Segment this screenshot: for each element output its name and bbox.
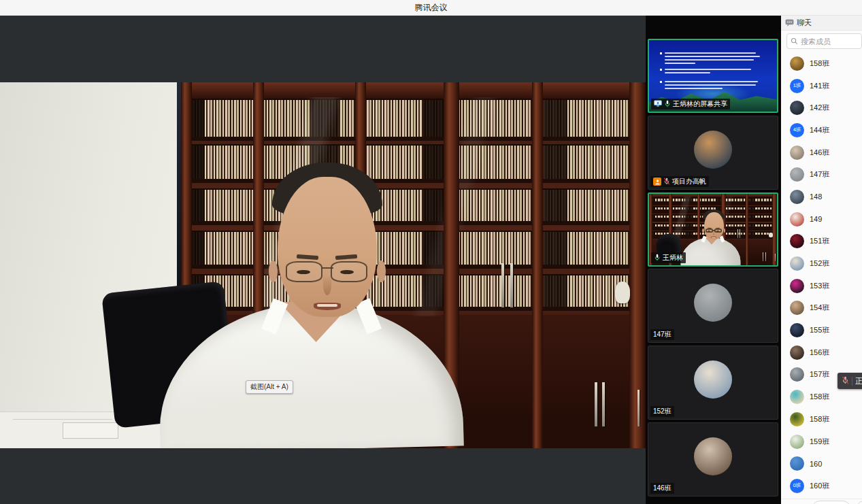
- teeth: [712, 237, 716, 238]
- member-avatar: [790, 323, 804, 337]
- member-list-item[interactable]: 147班: [781, 163, 862, 186]
- mic-muted-icon: [663, 178, 670, 186]
- face: [704, 212, 724, 239]
- slide-text-block: [665, 69, 768, 75]
- eye: [716, 231, 719, 231]
- member-avatar: [790, 146, 804, 160]
- member-search: [786, 33, 862, 49]
- person-icon: [653, 178, 661, 186]
- member-list-item[interactable]: 153班: [781, 275, 862, 297]
- window-title: 腾讯会议: [415, 2, 448, 14]
- member-avatar: [790, 412, 804, 426]
- member-list-item[interactable]: 154班: [781, 297, 862, 320]
- member-name: 158班: [810, 414, 829, 424]
- participant-avatar: [694, 437, 732, 475]
- member-avatar: [790, 456, 804, 471]
- eye: [340, 270, 354, 274]
- member-name: 151班: [810, 236, 829, 246]
- thumbnail-participant[interactable]: 项目办高帆: [648, 116, 778, 190]
- thumbnail-label: 152班: [650, 406, 674, 417]
- thumbnail-participant[interactable]: 147班: [648, 269, 778, 343]
- member-list-item[interactable]: 156班: [781, 341, 862, 364]
- member-list-item[interactable]: 148: [781, 186, 862, 208]
- member-name: 142班: [810, 103, 829, 113]
- ear: [269, 261, 278, 282]
- panel-footer-button[interactable]: [857, 501, 862, 504]
- screen-share-icon: [654, 100, 662, 108]
- thumbnail-label: 147班: [650, 329, 674, 340]
- chat-panel-title: 聊天: [797, 18, 812, 28]
- thumbnail-label-text: 项目办高帆: [672, 177, 706, 186]
- member-avatar: [790, 234, 804, 248]
- member-list-item[interactable]: 158班: [781, 408, 862, 431]
- member-avatar: [790, 301, 804, 315]
- thumbnail-participant[interactable]: 146班: [648, 422, 778, 497]
- member-list-item[interactable]: 158班: [781, 386, 862, 408]
- ear: [724, 229, 726, 233]
- member-name: 146班: [810, 148, 829, 158]
- member-avatar: [790, 435, 804, 449]
- main-video-area[interactable]: 截图(Alt + A): [0, 16, 646, 504]
- member-list-item[interactable]: 1班 141班: [781, 75, 862, 97]
- thumbnail-label-text: 王炳林: [663, 253, 683, 263]
- member-name: 148: [810, 192, 822, 201]
- face: [278, 177, 376, 317]
- eye: [708, 231, 710, 231]
- member-name: 144班: [810, 125, 829, 135]
- thumbnail-label-text: 147班: [653, 330, 672, 339]
- ear: [702, 229, 704, 233]
- member-name: 141班: [810, 81, 829, 91]
- member-list-item[interactable]: 142班: [781, 97, 862, 119]
- thumbnail-label-text: 152班: [653, 407, 672, 416]
- slide-text-block: [665, 81, 768, 91]
- mic-on-icon: [664, 100, 671, 109]
- member-list-item[interactable]: 160: [781, 452, 862, 475]
- participant-avatar: [694, 360, 732, 399]
- member-list-item[interactable]: 146班: [781, 141, 862, 164]
- member-name: 154班: [810, 303, 829, 313]
- member-avatar: 0班: [790, 479, 804, 493]
- member-avatar: 4班: [790, 123, 804, 137]
- member-avatar: [790, 56, 804, 71]
- tencent-meeting-window: 腾讯会议: [0, 0, 862, 504]
- member-name: 149: [810, 215, 822, 223]
- member-list-item[interactable]: 155班: [781, 319, 862, 341]
- member-list-item[interactable]: 0班 160班: [781, 475, 862, 497]
- thumbnail-label: 项目办高帆: [650, 176, 709, 187]
- member-list-item[interactable]: 151班: [781, 231, 862, 253]
- member-avatar: [790, 101, 804, 115]
- participant-avatar: [694, 284, 732, 322]
- member-name: 160: [810, 460, 822, 468]
- member-avatar: [790, 256, 804, 271]
- member-avatar: [790, 167, 804, 182]
- member-avatar: [790, 212, 804, 226]
- member-list-item[interactable]: 158班: [781, 52, 862, 75]
- member-avatar: 1班: [790, 79, 804, 93]
- head: [270, 163, 385, 320]
- search-icon: [791, 37, 798, 45]
- thumbnail-label: 146班: [650, 483, 674, 494]
- member-name: 152班: [810, 258, 829, 269]
- member-avatar: [790, 390, 804, 404]
- member-list-item[interactable]: 4班 144班: [781, 119, 862, 141]
- thumbnail-label: 王炳林的屏幕共享: [651, 99, 730, 110]
- panel-footer-button[interactable]: [812, 501, 850, 504]
- member-list-item[interactable]: 159班: [781, 431, 862, 453]
- head: [703, 209, 725, 240]
- member-name: 147班: [810, 169, 829, 180]
- thumbnail-participant[interactable]: 152班: [648, 346, 778, 420]
- teeth: [317, 304, 337, 307]
- member-list-item[interactable]: 152班: [781, 252, 862, 275]
- thumbnail-label-text: 146班: [653, 484, 672, 493]
- slide-text-block: [665, 52, 768, 66]
- ear: [377, 261, 386, 282]
- member-name: 153班: [810, 281, 829, 291]
- thumbnail-screen-share[interactable]: 王炳林的屏幕共享: [648, 39, 778, 113]
- member-avatar: [790, 367, 804, 382]
- title-bar: 腾讯会议: [0, 0, 862, 16]
- member-list-item[interactable]: 149: [781, 208, 862, 231]
- thumbnail-speaker[interactable]: 王炳林: [648, 192, 778, 267]
- nose: [323, 275, 331, 295]
- speaker-video[interactable]: [0, 82, 646, 448]
- member-avatar: [790, 190, 804, 204]
